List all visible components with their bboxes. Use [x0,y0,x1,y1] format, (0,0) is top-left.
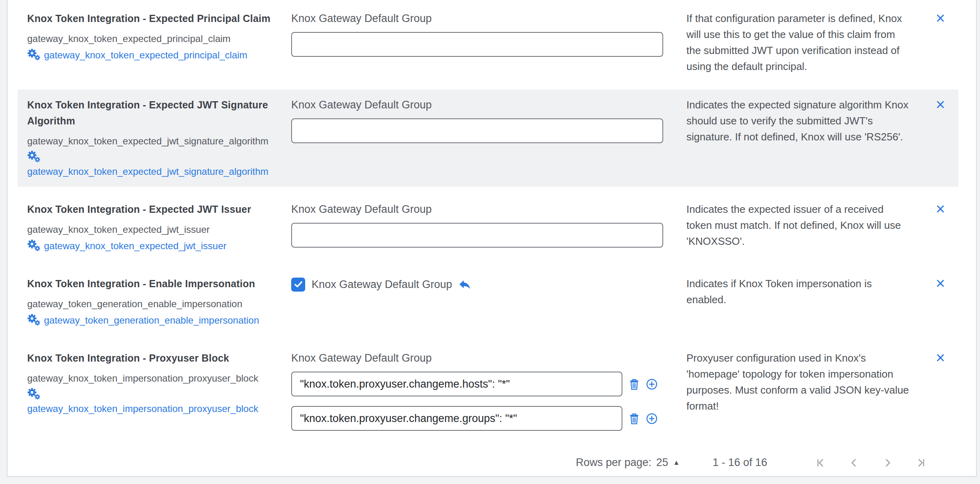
close-icon[interactable]: × [936,351,945,364]
config-param-link[interactable]: gateway_knox_token_impersonation_proxyus… [27,402,258,416]
proxyuser-groups-input[interactable] [291,406,622,431]
config-row-expected-principal-claim: Knox Token Integration - Expected Princi… [18,3,958,82]
proxyuser-hosts-input[interactable] [291,372,622,396]
add-icon[interactable] [646,413,658,424]
config-param-link[interactable]: gateway_token_generation_enable_imperson… [44,313,259,328]
delete-icon[interactable] [629,378,640,390]
value-input[interactable] [291,223,663,248]
setting-description: Indicates if Knox Token impersonation is… [686,276,911,308]
config-param-link[interactable]: gateway_knox_token_expected_principal_cl… [44,48,247,62]
previous-page-button[interactable] [848,457,860,469]
last-page-button[interactable] [915,457,927,469]
rows-per-page-value: 25 [656,456,668,469]
undo-icon[interactable] [458,279,471,290]
config-param-link[interactable]: gateway_knox_token_expected_jwt_issuer [44,239,226,253]
first-page-button[interactable] [814,457,826,469]
setting-title: Knox Token Integration - Expected Princi… [27,10,280,26]
setting-description: Proxyuser configuration used in Knox's '… [686,350,911,414]
list-item [291,406,675,431]
close-icon[interactable]: × [936,276,945,290]
config-rows: Knox Token Integration - Expected Princi… [8,0,976,469]
cogs-icon [27,388,41,402]
setting-description: If that configuration parameter is defin… [686,10,911,74]
close-icon[interactable]: × [936,202,945,216]
setting-description: Indicates the expected issuer of a recei… [686,201,911,249]
rows-per-page-label: Rows per page: [576,456,651,469]
config-table-card: Knox Token Integration - Expected Princi… [7,0,977,477]
config-row-expected-jwt-issuer: Knox Token Integration - Expected JWT Is… [18,194,958,261]
cogs-icon [27,48,41,62]
setting-title: Knox Token Integration - Proxyuser Block [27,350,280,366]
setting-description: Indicates the expected signature algorit… [686,97,911,145]
rows-per-page-select[interactable]: Rows per page: 25 ▲ [576,456,680,469]
value-input[interactable] [291,118,663,143]
setting-title: Knox Token Integration - Expected JWT Si… [27,97,280,129]
setting-title: Knox Token Integration - Expected JWT Is… [27,201,280,217]
add-icon[interactable] [646,378,658,390]
pagination-bar: Rows per page: 25 ▲ 1 - 16 of 16 [18,446,958,469]
config-row-expected-jwt-signature-algorithm: Knox Token Integration - Expected JWT Si… [18,90,958,187]
setting-param-name: gateway_token_generation_enable_imperson… [27,297,280,311]
setting-param-name: gateway_knox_token_expected_principal_cl… [27,32,280,46]
next-page-button[interactable] [882,457,894,469]
setting-param-name: gateway_knox_token_expected_jwt_issuer [27,223,280,236]
setting-title: Knox Token Integration - Enable Imperson… [27,276,280,292]
cogs-icon [27,314,41,328]
list-item [291,372,675,396]
config-row-proxyuser-block: Knox Token Integration - Proxyuser Block… [18,343,958,439]
cogs-icon [27,150,41,164]
group-label: Knox Gateway Default Group [312,277,452,292]
cogs-icon [27,239,41,253]
group-label: Knox Gateway Default Group [291,351,675,365]
caret-up-icon: ▲ [673,459,680,467]
enable-impersonation-checkbox[interactable] [291,278,305,292]
close-icon[interactable]: × [936,11,945,25]
group-label: Knox Gateway Default Group [291,202,675,216]
group-label: Knox Gateway Default Group [291,11,675,26]
config-param-link[interactable]: gateway_knox_token_expected_jwt_signatur… [27,164,268,179]
setting-param-name: gateway_knox_token_expected_jwt_signatur… [27,134,280,148]
group-label: Knox Gateway Default Group [291,98,675,112]
checkmark-icon [294,280,303,289]
pagination-range: 1 - 16 of 16 [712,456,767,469]
close-icon[interactable]: × [936,98,945,111]
delete-icon[interactable] [629,413,640,424]
setting-param-name: gateway_knox_token_impersonation_proxyus… [27,372,280,385]
config-row-enable-impersonation: Knox Token Integration - Enable Imperson… [18,268,958,336]
value-input[interactable] [291,32,663,57]
